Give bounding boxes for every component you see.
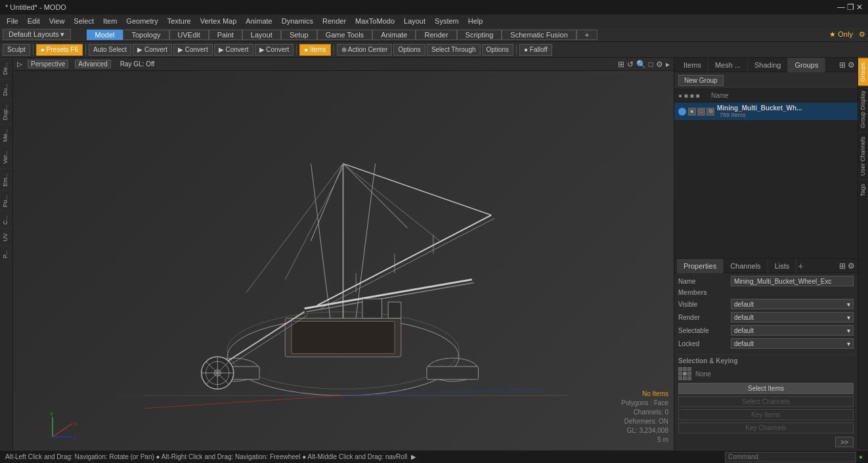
sidebar-tab-p[interactable]: P... (0, 246, 12, 262)
vp-icon6[interactable]: ▸ (666, 60, 670, 69)
vp-icon5[interactable]: ⚙ (656, 60, 663, 69)
sidebar-tab-dup[interactable]: Dup... (0, 100, 12, 124)
menu-geometry[interactable]: Geometry (122, 16, 162, 26)
sculpt-btn[interactable]: Sculpt (3, 44, 30, 56)
vp-icon4[interactable]: □ (649, 60, 653, 69)
tab-render[interactable]: Render (416, 30, 456, 40)
rvtab-user-channels[interactable]: User Channels (858, 132, 868, 180)
menu-animate[interactable]: Animate (242, 16, 276, 26)
tab-layout[interactable]: Layout (242, 30, 281, 40)
viewport-canvas[interactable]: X Y Z No Items Polygons : Face Channels:… (13, 71, 674, 450)
menu-select[interactable]: Select (70, 16, 98, 26)
key-channels-btn[interactable]: Key Channels (678, 422, 854, 433)
group-icon-eye[interactable]: □ (697, 108, 705, 116)
locked-dropdown[interactable]: default▾ (731, 338, 854, 349)
viewport[interactable]: ▷ Perspective Advanced Ray GL: Off ⊞ ↺ 🔍… (13, 58, 674, 450)
sidebar-tab-ver[interactable]: Ver... (0, 146, 12, 168)
sidebar-tab-de[interactable]: De... (0, 58, 12, 79)
tab-schematic-fusion[interactable]: Schematic Fusion (502, 30, 576, 40)
name-input[interactable] (731, 276, 854, 286)
key-items-btn[interactable]: Key Items (678, 409, 854, 420)
viewport-3d[interactable]: X Y Z No Items Polygons : Face Channels:… (13, 71, 674, 450)
rvtab-groups[interactable]: Groups (858, 58, 868, 86)
presets-btn[interactable]: ● Presets F6 (36, 44, 83, 56)
select-items-btn[interactable]: Select Items (678, 383, 854, 394)
minimize-btn[interactable]: — (837, 3, 845, 12)
menu-system[interactable]: System (431, 16, 463, 26)
props-tab-channels[interactable]: Channels (724, 259, 768, 273)
menu-edit[interactable]: Edit (24, 16, 44, 26)
maximize-btn[interactable]: ❐ (847, 3, 854, 12)
rp-expand-icon[interactable]: ⊞ ⚙ (839, 60, 855, 70)
status-arrow-btn[interactable]: ▶ (411, 453, 416, 460)
convert-btn4[interactable]: ▶ Convert (255, 44, 294, 56)
vp-icon3[interactable]: 🔍 (636, 60, 646, 69)
sidebar-tab-c[interactable]: C... (0, 211, 12, 229)
options-btn2[interactable]: Options (482, 44, 513, 56)
props-expand-icons[interactable]: ⊞ ⚙ (839, 261, 855, 271)
command-input[interactable] (725, 452, 856, 462)
render-dropdown[interactable]: default▾ (731, 312, 854, 322)
rp-tab-groups[interactable]: Groups (788, 58, 825, 72)
action-center-btn[interactable]: ⊕ Action Center (337, 44, 393, 56)
tab-scripting[interactable]: Scripting (457, 30, 502, 40)
advanced-dropdown[interactable]: Advanced (75, 60, 110, 68)
tab-topology[interactable]: Topology (123, 30, 169, 40)
convert-btn2[interactable]: ▶ Convert (173, 44, 213, 56)
vp-icon2[interactable]: ↺ (627, 60, 634, 69)
new-group-btn[interactable]: New Group (678, 75, 724, 86)
menu-file[interactable]: File (3, 16, 22, 26)
auto-select-btn[interactable]: Auto Select (89, 44, 131, 56)
vp-icon1[interactable]: ⊞ (618, 60, 624, 69)
tab-game-tools[interactable]: Game Tools (317, 30, 373, 40)
rp-tab-items[interactable]: Items (677, 58, 708, 72)
tab-paint[interactable]: Paint (209, 30, 242, 40)
tab-animate[interactable]: Animate (372, 30, 416, 40)
tab-uvedit[interactable]: UVEdit (169, 30, 209, 40)
menu-item[interactable]: Item (99, 16, 121, 26)
close-btn[interactable]: ✕ (856, 3, 863, 12)
menu-dynamics[interactable]: Dynamics (278, 16, 317, 26)
convert-btn1[interactable]: ▶ Convert (133, 44, 172, 56)
menu-render[interactable]: Render (318, 16, 350, 26)
layout-gear-icon[interactable]: ⚙ (859, 30, 865, 38)
rvtab-group-display[interactable]: Group Display (858, 86, 868, 132)
menu-view[interactable]: View (45, 16, 69, 26)
expand-icon[interactable]: ▷ (17, 60, 22, 68)
tab-model[interactable]: Model (87, 30, 123, 40)
menu-vertex-map[interactable]: Vertex Map (196, 16, 241, 26)
select-channels-btn[interactable]: Select Channels (678, 396, 854, 407)
convert-btn3[interactable]: ▶ Convert (214, 44, 253, 56)
falloff-btn[interactable]: ● Falloff (519, 44, 552, 56)
bottom-expand-btn[interactable]: >> (835, 437, 854, 447)
sidebar-tab-po[interactable]: Po... (0, 190, 12, 211)
menu-texture[interactable]: Texture (163, 16, 195, 26)
props-tab-lists[interactable]: Lists (768, 259, 797, 273)
rvtab-tags[interactable]: Tags (858, 179, 868, 200)
sidebar-tab-du[interactable]: Du... (0, 79, 12, 100)
tab-setup[interactable]: Setup (281, 30, 317, 40)
menu-maxtomodo[interactable]: MaxToModo (351, 16, 399, 26)
props-tab-plus[interactable]: + (798, 261, 803, 271)
sidebar-tab-me[interactable]: Me... (0, 124, 12, 146)
rp-tab-shading[interactable]: Shading (748, 58, 788, 72)
items-btn[interactable]: ● Items (299, 44, 330, 56)
tab-plus[interactable]: + (576, 30, 597, 40)
visible-dropdown[interactable]: default▾ (731, 299, 854, 309)
sidebar-tab-uv[interactable]: UV (0, 229, 12, 246)
group-row-main[interactable]: ■ □ ⚙ Mining_Multi_Bucket_Wh... 789 Item… (674, 102, 857, 121)
select-through-btn[interactable]: Select Through (427, 44, 481, 56)
rp-tab-mesh[interactable]: Mesh ... (708, 58, 748, 72)
menu-help[interactable]: Help (464, 16, 487, 26)
group-icon-lock[interactable]: ■ (688, 108, 696, 116)
group-visibility-dot[interactable] (678, 108, 686, 116)
menu-layout[interactable]: Layout (400, 16, 429, 26)
default-layouts-btn[interactable]: Default Layouts ▾ (3, 29, 71, 40)
sel-keying: Selection & Keying None Select Items Sel… (674, 354, 857, 450)
selectable-dropdown[interactable]: default▾ (731, 325, 854, 336)
group-icon-gear[interactable]: ⚙ (706, 108, 714, 116)
props-tab-properties[interactable]: Properties (677, 259, 724, 273)
sidebar-tab-em[interactable]: Em... (0, 168, 12, 190)
perspective-dropdown[interactable]: Perspective (28, 60, 68, 68)
options-btn1[interactable]: Options (393, 44, 425, 56)
